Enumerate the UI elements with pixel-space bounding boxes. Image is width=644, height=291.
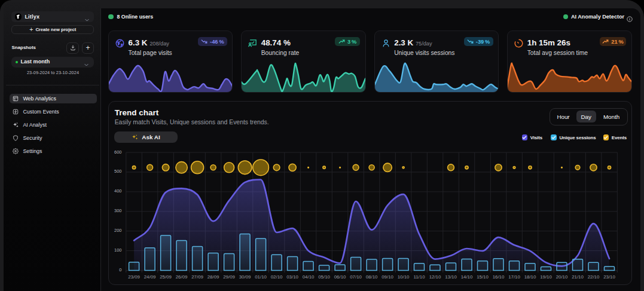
svg-text:13/10: 13/10	[445, 274, 457, 280]
svg-text:0: 0	[119, 267, 121, 272]
svg-text:12/10: 12/10	[429, 274, 441, 280]
svg-text:25/09: 25/09	[160, 274, 172, 280]
svg-text:02/10: 02/10	[271, 274, 283, 280]
svg-text:07/10: 07/10	[350, 274, 362, 280]
svg-text:30/09: 30/09	[239, 274, 251, 280]
svg-text:18/10: 18/10	[524, 274, 536, 280]
svg-text:27/09: 27/09	[191, 274, 203, 280]
svg-text:04/10: 04/10	[303, 274, 315, 280]
svg-text:05/10: 05/10	[318, 274, 330, 280]
svg-text:26/09: 26/09	[176, 274, 188, 280]
svg-text:300: 300	[114, 208, 122, 213]
svg-text:29/09: 29/09	[223, 274, 235, 280]
svg-text:28/09: 28/09	[207, 274, 219, 280]
svg-text:08/10: 08/10	[366, 274, 378, 280]
svg-text:22/10: 22/10	[588, 274, 600, 280]
svg-text:03/10: 03/10	[286, 274, 298, 280]
svg-text:11/10: 11/10	[413, 274, 425, 280]
svg-text:23/10: 23/10	[603, 274, 615, 280]
svg-text:15/10: 15/10	[477, 274, 489, 280]
svg-text:600: 600	[114, 149, 122, 155]
svg-text:16/10: 16/10	[493, 274, 505, 280]
svg-text:500: 500	[114, 169, 122, 174]
svg-text:17/10: 17/10	[508, 274, 520, 280]
svg-text:21/10: 21/10	[572, 274, 584, 280]
svg-text:10/10: 10/10	[398, 274, 410, 280]
svg-text:01/10: 01/10	[255, 274, 267, 280]
svg-text:100: 100	[114, 247, 122, 253]
svg-text:19/10: 19/10	[540, 274, 552, 280]
svg-text:200: 200	[114, 228, 122, 233]
svg-text:06/10: 06/10	[334, 274, 346, 280]
svg-text:24/09: 24/09	[144, 274, 156, 280]
svg-text:14/10: 14/10	[461, 274, 473, 280]
svg-text:09/10: 09/10	[381, 274, 393, 280]
svg-text:400: 400	[114, 188, 122, 194]
svg-text:20/10: 20/10	[556, 274, 568, 280]
svg-text:23/09: 23/09	[128, 274, 140, 280]
